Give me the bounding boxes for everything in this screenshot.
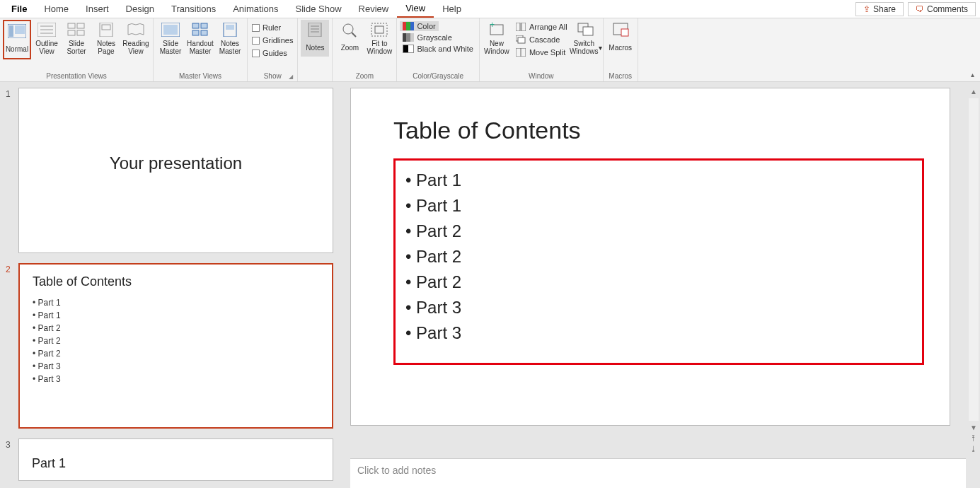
notes-master-label: Notes Master (217, 40, 243, 55)
svg-rect-20 (226, 25, 234, 30)
bw-swatch-icon (403, 45, 414, 53)
svg-text:+: + (490, 22, 495, 30)
svg-rect-7 (68, 23, 75, 28)
slide-master-icon (161, 21, 180, 38)
tab-help[interactable]: Help (434, 1, 470, 17)
tab-animations[interactable]: Animations (224, 1, 287, 17)
slide-master-button[interactable]: Slide Master (156, 20, 185, 57)
workspace: 1 Your presentation 2 Table of Contents … (0, 82, 980, 488)
thumb-title: Your presentation (32, 153, 320, 173)
vertical-scrollbar[interactable]: ▲ ▼ ⭱ ⭳ (967, 88, 980, 453)
ruler-checkbox[interactable]: Ruler (250, 23, 282, 33)
share-icon: ⇪ (863, 4, 870, 14)
svg-rect-34 (518, 37, 525, 43)
group-notes: Notes (298, 18, 333, 81)
group-label-macros: Macros (606, 71, 635, 81)
handout-master-button[interactable]: Handout Master (186, 20, 214, 57)
slide-sorter-button[interactable]: Slide Sorter (62, 20, 91, 57)
zoom-button[interactable]: Zoom (335, 20, 364, 57)
tab-transitions[interactable]: Transitions (163, 1, 224, 17)
notes-page-label: Notes Page (93, 40, 120, 55)
list-item: • Part 2 (405, 269, 912, 295)
group-label-window: Window (483, 71, 600, 81)
dialog-launcher-icon[interactable]: ◢ (289, 74, 293, 80)
color-mode-button[interactable]: Color (400, 21, 438, 31)
switch-windows-button[interactable]: Switch Windows ▾ (572, 20, 600, 57)
thumb-item: • Part 1 (33, 296, 319, 309)
list-item: • Part 1 (405, 193, 912, 219)
svg-rect-1 (9, 25, 13, 37)
tab-home[interactable]: Home (35, 1, 77, 17)
prev-slide-icon[interactable]: ⭱ (970, 434, 977, 442)
slide-thumbnails-pane[interactable]: 1 Your presentation 2 Table of Contents … (0, 82, 336, 488)
gridlines-checkbox[interactable]: Gridlines (250, 35, 294, 45)
macros-button[interactable]: Macros (606, 20, 635, 57)
fit-to-window-label: Fit to Window (366, 40, 393, 55)
normal-view-button[interactable]: Normal (3, 20, 31, 59)
checkbox-icon (252, 50, 260, 57)
outline-view-button[interactable]: Outline View (33, 20, 61, 57)
macros-icon (611, 21, 630, 38)
slide-canvas[interactable]: Table of Contents • Part 1 • Part 1 • Pa… (350, 88, 950, 426)
reading-view-button[interactable]: Reading View (122, 20, 150, 57)
list-item: • Part 3 (405, 295, 912, 320)
notes-icon (305, 21, 325, 38)
notes-button[interactable]: Notes (301, 20, 329, 57)
svg-rect-9 (68, 30, 75, 35)
scroll-down-icon[interactable]: ▼ (970, 424, 977, 431)
tab-view[interactable]: View (397, 0, 434, 18)
thumbnail-row: 2 Table of Contents • Part 1 • Part 1 • … (6, 263, 333, 429)
scroll-up-icon[interactable]: ▲ (970, 88, 977, 95)
slide-title[interactable]: Table of Contents (393, 117, 907, 144)
notes-input[interactable]: Click to add notes (350, 458, 966, 488)
ribbon: Normal Outline View Slide Sorter Notes P… (0, 18, 980, 82)
outline-view-label: Outline View (33, 40, 60, 55)
thumb-item: • Part 1 (33, 309, 319, 322)
fit-to-window-button[interactable]: Fit to Window (365, 20, 393, 57)
share-label: Share (873, 4, 896, 14)
guides-checkbox[interactable]: Guides (250, 48, 289, 58)
tab-design[interactable]: Design (117, 1, 163, 17)
thumb-item: • Part 2 (33, 335, 319, 347)
list-item: • Part 1 (405, 168, 912, 193)
thumbnail-slide-1[interactable]: Your presentation (18, 88, 333, 253)
comments-button[interactable]: 🗨 Comments (908, 2, 976, 16)
notes-label: Notes (306, 40, 324, 55)
notes-page-button[interactable]: Notes Page (92, 20, 120, 57)
thumbnail-slide-2[interactable]: Table of Contents • Part 1 • Part 1 • Pa… (18, 263, 333, 429)
reading-view-icon (126, 21, 146, 38)
move-split-button[interactable]: Move Split (512, 47, 570, 58)
collapse-ribbon-button[interactable]: ▴ (965, 68, 980, 81)
cascade-button[interactable]: Cascade (512, 34, 570, 45)
tab-review[interactable]: Review (350, 1, 398, 17)
grayscale-mode-label: Grayscale (417, 33, 452, 42)
gridlines-label: Gridlines (263, 36, 293, 45)
next-slide-icon[interactable]: ⭳ (970, 445, 977, 453)
bw-mode-button[interactable]: Black and White (400, 44, 475, 54)
share-button[interactable]: ⇪ Share (855, 2, 904, 16)
svg-point-25 (343, 24, 353, 34)
svg-rect-40 (621, 29, 628, 36)
new-window-button[interactable]: + New Window (483, 20, 511, 57)
macros-label: Macros (609, 40, 632, 55)
content-placeholder[interactable]: • Part 1 • Part 1 • Part 2 • Part 2 • Pa… (393, 158, 924, 365)
move-split-label: Move Split (529, 48, 565, 57)
list-item: • Part 2 (405, 219, 912, 244)
notes-master-button[interactable]: Notes Master (216, 20, 244, 57)
tab-slideshow[interactable]: Slide Show (287, 1, 350, 17)
thumb-item: • Part 2 (33, 322, 319, 335)
tab-insert[interactable]: Insert (77, 1, 117, 17)
arrange-all-button[interactable]: Arrange All (512, 21, 570, 33)
guides-label: Guides (263, 49, 287, 57)
svg-rect-2 (15, 25, 25, 34)
color-mode-label: Color (417, 22, 435, 30)
list-item: • Part 3 (405, 320, 912, 346)
grayscale-mode-button[interactable]: Grayscale (400, 33, 455, 42)
scroll-track[interactable] (969, 98, 979, 421)
group-label-master-views: Master Views (156, 71, 244, 81)
tab-file[interactable]: File (3, 1, 35, 17)
slide-master-label: Slide Master (157, 40, 184, 55)
thumbnail-slide-3[interactable]: Part 1 (18, 438, 333, 481)
group-label-color: Color/Grayscale (400, 71, 475, 81)
thumb-item: • Part 2 (33, 347, 319, 360)
